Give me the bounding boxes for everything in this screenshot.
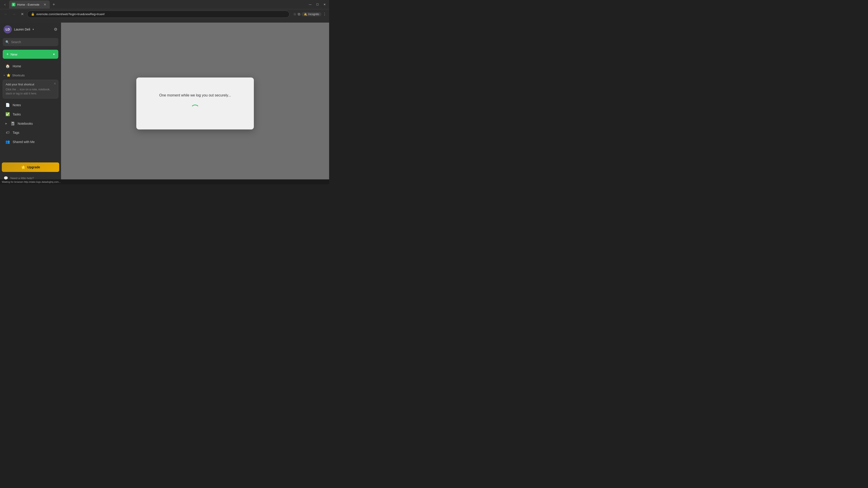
user-info[interactable]: LD Lauren Deli ▾: [4, 25, 34, 33]
upgrade-label: Upgrade: [27, 165, 40, 169]
shared-label: Shared with Me: [13, 140, 35, 144]
address-bar: ← → ✕ 🔒 evernote.com/client/web?login=tr…: [0, 9, 329, 19]
tab-bar-back[interactable]: ‹: [2, 1, 8, 8]
shortcut-hint-card: Add your first shortcut Click the ... ic…: [3, 80, 58, 98]
close-button[interactable]: ✕: [322, 2, 327, 7]
new-chevron-icon: ▾: [53, 53, 55, 56]
new-label: New: [11, 53, 18, 56]
incognito-label: Incognito: [308, 13, 319, 16]
logout-modal: One moment while we log you out securely…: [136, 77, 254, 129]
incognito-icon: 🕵: [304, 13, 307, 16]
upgrade-icon: ⭐: [21, 165, 26, 169]
search-bar[interactable]: 🔍 Search: [3, 38, 58, 46]
shortcuts-section: ▾ ⭐ Shortcuts Add your first shortcut Cl…: [0, 71, 61, 100]
shortcut-hint-title: Add your first shortcut: [6, 83, 55, 86]
tags-icon: 🏷: [5, 131, 10, 135]
new-button[interactable]: + New ▾: [3, 50, 58, 59]
shared-icon: 👥: [5, 140, 10, 144]
status-text: Waiting for browser-http-intake.logs.dat…: [2, 181, 61, 183]
tab-title: Home - Evernote: [17, 3, 41, 6]
status-bar: Waiting for browser-http-intake.logs.dat…: [0, 180, 329, 184]
tab-close-button[interactable]: ✕: [43, 2, 47, 6]
new-button-left: + New: [6, 52, 18, 57]
home-label: Home: [13, 64, 21, 68]
lock-icon: 🔒: [31, 12, 35, 16]
notebooks-label: Notebooks: [18, 122, 33, 125]
bookmark-icon[interactable]: ☆: [293, 12, 296, 16]
reload-button[interactable]: ✕: [19, 11, 25, 18]
spinner-arc: [191, 105, 199, 113]
active-tab[interactable]: E Home - Evernote ✕: [9, 0, 50, 8]
address-input[interactable]: 🔒 evernote.com/client/web?login=true&new…: [27, 11, 289, 18]
url-text: evernote.com/client/web?login=true&newRe…: [36, 12, 286, 16]
sidebar-item-notes[interactable]: 📄 Notes: [2, 101, 59, 109]
logout-message: One moment while we log you out securely…: [159, 93, 231, 97]
sidebar-item-shared[interactable]: 👥 Shared with Me: [2, 137, 59, 146]
modal-overlay: One moment while we log you out securely…: [61, 23, 329, 184]
gear-icon[interactable]: ⚙: [54, 27, 57, 32]
shortcut-hint-close-button[interactable]: ✕: [54, 82, 56, 86]
forward-button[interactable]: →: [11, 11, 17, 18]
tab-bar: ‹ E Home - Evernote ✕ + — ☐ ✕: [0, 0, 329, 9]
incognito-badge: 🕵 Incognito: [302, 12, 321, 16]
sidebar-item-home[interactable]: 🏠 Home: [2, 62, 59, 70]
avatar: LD: [4, 25, 12, 33]
tab-favicon: E: [12, 3, 16, 6]
sidebar-item-tasks[interactable]: ✅ Tasks: [2, 110, 59, 119]
new-tab-button[interactable]: +: [51, 1, 57, 8]
notebooks-arrow-icon: ▶: [5, 122, 7, 125]
sidebar-item-tags[interactable]: 🏷 Tags: [2, 128, 59, 137]
search-icon: 🔍: [5, 40, 9, 44]
address-bar-icons: ☆ ⧉ 🕵 Incognito ⋮: [293, 12, 327, 16]
chevron-down-icon: ▾: [33, 28, 34, 31]
nav-items: 🏠 Home ▾ ⭐ Shortcuts Add your first shor…: [0, 61, 61, 147]
main-content: One moment while we log you out securely…: [61, 23, 329, 184]
notes-label: Notes: [13, 103, 21, 107]
home-icon: 🏠: [5, 64, 10, 68]
split-view-icon[interactable]: ⧉: [298, 12, 300, 16]
back-button[interactable]: ←: [3, 11, 9, 18]
user-header: LD Lauren Deli ▾ ⚙: [0, 23, 61, 36]
notebooks-icon: 📓: [10, 121, 15, 126]
plus-icon: +: [6, 52, 9, 57]
shortcut-hint-text: Click the ... icon on a note, notebook, …: [6, 88, 55, 96]
shortcuts-header[interactable]: ▾ ⭐ Shortcuts: [2, 72, 59, 79]
search-placeholder: Search: [11, 40, 21, 44]
browser-chrome: ‹ E Home - Evernote ✕ + — ☐ ✕ ← → ✕ 🔒 ev…: [0, 0, 329, 23]
window-controls: — ☐ ✕: [307, 2, 327, 7]
tasks-label: Tasks: [13, 112, 21, 116]
restore-button[interactable]: ☐: [315, 2, 320, 7]
menu-icon[interactable]: ⋮: [323, 12, 327, 16]
shortcuts-arrow-icon: ▾: [4, 74, 5, 76]
shortcuts-label: Shortcuts: [12, 74, 25, 77]
user-name: Lauren Deli: [14, 28, 30, 31]
sidebar: LD Lauren Deli ▾ ⚙ 🔍 Search + New ▾ 🏠 Ho…: [0, 23, 61, 184]
tags-label: Tags: [13, 131, 20, 134]
upgrade-button[interactable]: ⭐ Upgrade: [2, 162, 59, 172]
sidebar-item-notebooks[interactable]: ▶ 📓 Notebooks: [2, 119, 59, 128]
notes-icon: 📄: [5, 103, 10, 107]
loading-spinner: [191, 105, 199, 113]
minimize-button[interactable]: —: [307, 2, 313, 7]
shortcuts-star-icon: ⭐: [6, 73, 10, 77]
tasks-icon: ✅: [5, 112, 10, 116]
